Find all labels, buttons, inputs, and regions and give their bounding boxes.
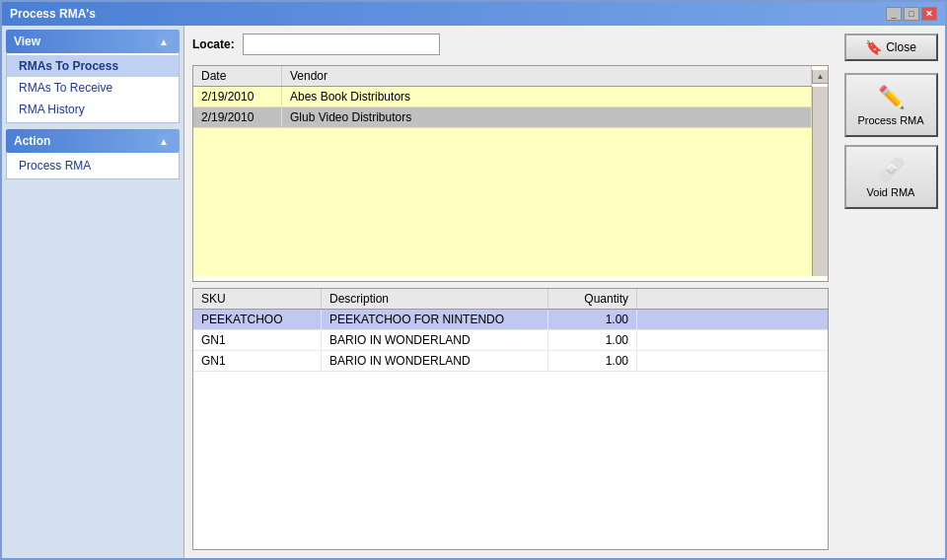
void-rma-button[interactable]: 🩹 Void RMA [844,145,938,209]
table-row[interactable]: 2/19/2010 Abes Book Distributors [193,87,812,107]
locate-input[interactable] [243,34,440,55]
sidebar-view-header[interactable]: View ▲ [6,30,180,53]
sidebar-action-header[interactable]: Action ▲ [6,129,180,153]
window-controls: _ □ ✕ [886,7,937,21]
close-label: Close [886,40,916,54]
bottom-table: SKU Description Quantity PEEKATCHOO PEEK… [192,288,829,550]
cell-quantity-2: 1.00 [548,351,637,371]
header-sku: SKU [193,289,322,309]
scrollbar-up-arrow[interactable]: ▲ [813,70,828,83]
maximize-button[interactable]: □ [904,7,919,21]
header-quantity: Quantity [548,289,637,309]
cell-sku-0: PEEKATCHOO [193,310,322,329]
sidebar-view-section: View ▲ RMAs To Process RMAs To Receive R… [6,30,180,123]
void-eraser-icon: 🩹 [878,157,905,182]
header-vendor: Vendor [282,66,812,86]
bottom-row[interactable]: GN1 BARIO IN WONDERLAND 1.00 [193,351,828,372]
cell-sku-1: GN1 [193,330,322,350]
top-table-scrollbar[interactable] [812,87,828,276]
sidebar-view-items: RMAs To Process RMAs To Receive RMA Hist… [6,53,180,123]
sidebar-item-rma-history[interactable]: RMA History [7,99,179,120]
cell-description-0: PEEKATCHOO FOR NINTENDO [322,310,548,329]
cell-date-0: 2/19/2010 [193,87,282,106]
main-window: Process RMA's _ □ ✕ View ▲ RMAs To Proce… [0,0,947,560]
top-table: Date Vendor ▲ 2/19/2010 Abes Book Distri… [192,65,829,282]
sidebar-action-chevron: ▲ [156,133,172,149]
sidebar-action-label: Action [14,134,50,148]
sidebar-action-items: Process RMA [6,153,180,179]
top-table-body: 2/19/2010 Abes Book Distributors 2/19/20… [193,87,828,276]
sidebar-view-chevron: ▲ [156,34,172,49]
cell-date-1: 2/19/2010 [193,107,282,127]
right-panel: 🔖 Close ✏️ Process RMA 🩹 Void RMA [837,26,945,558]
process-rma-label: Process RMA [857,114,923,126]
sidebar-view-label: View [14,35,40,48]
bottom-table-rows: PEEKATCHOO PEEKATCHOO FOR NINTENDO 1.00 … [193,310,828,549]
title-bar: Process RMA's _ □ ✕ [2,2,945,26]
close-button[interactable]: 🔖 Close [844,34,938,61]
main-area: Locate: Date Vendor ▲ 2/ [184,26,837,558]
cell-sku-2: GN1 [193,351,322,371]
process-pencil-icon: ✏️ [878,85,905,110]
bottom-row[interactable]: GN1 BARIO IN WONDERLAND 1.00 [193,330,828,351]
window-title: Process RMA's [10,7,96,21]
cell-description-1: BARIO IN WONDERLAND [322,330,548,350]
sidebar-item-process-rma[interactable]: Process RMA [7,155,179,176]
table-row[interactable]: 2/19/2010 Glub Video Distributors [193,107,812,128]
sidebar-item-rmas-to-process[interactable]: RMAs To Process [7,55,179,77]
void-rma-label: Void RMA [867,186,915,198]
locate-bar: Locate: [192,34,829,55]
process-rma-button[interactable]: ✏️ Process RMA [844,73,938,137]
top-table-header-row: Date Vendor ▲ [193,66,828,87]
cell-vendor-0: Abes Book Distributors [282,87,812,106]
sidebar-action-section: Action ▲ Process RMA [6,129,180,179]
header-description: Description [322,289,548,309]
cell-description-2: BARIO IN WONDERLAND [322,351,548,371]
locate-label: Locate: [192,37,235,51]
cell-quantity-0: 1.00 [548,310,637,329]
close-icon: 🔖 [865,39,882,55]
cell-quantity-1: 1.00 [548,330,637,350]
top-table-header: Date Vendor [193,66,812,87]
cell-vendor-1: Glub Video Distributors [282,107,812,127]
sidebar: View ▲ RMAs To Process RMAs To Receive R… [2,26,184,558]
sidebar-item-rmas-to-receive[interactable]: RMAs To Receive [7,77,179,99]
top-table-rows: 2/19/2010 Abes Book Distributors 2/19/20… [193,87,812,276]
minimize-button[interactable]: _ [886,7,902,21]
bottom-row[interactable]: PEEKATCHOO PEEKATCHOO FOR NINTENDO 1.00 [193,310,828,330]
bottom-table-header: SKU Description Quantity [193,289,828,310]
header-date: Date [193,66,282,86]
content-area: View ▲ RMAs To Process RMAs To Receive R… [2,26,945,558]
window-close-button[interactable]: ✕ [921,7,937,21]
